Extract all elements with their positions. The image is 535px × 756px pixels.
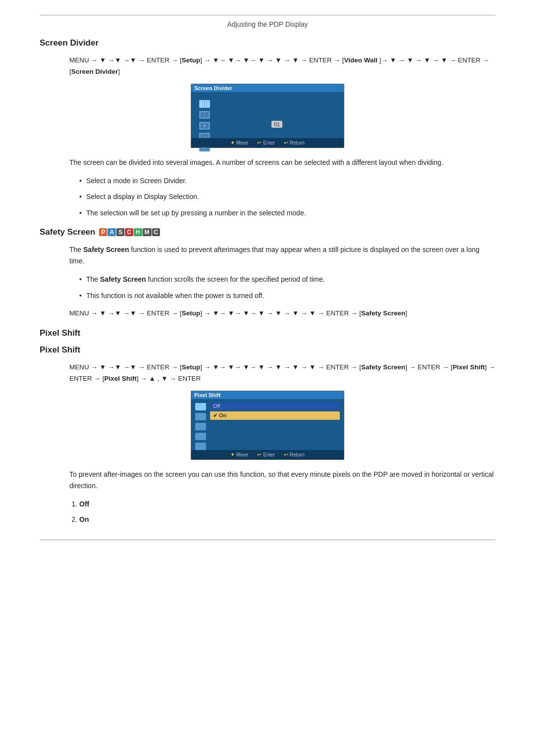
bottom-rule <box>40 540 495 540</box>
bullet-2: Select a display in Display Selection. <box>79 191 495 202</box>
badge-h: H <box>134 228 142 236</box>
safety-bullet-2: This function is not available when the … <box>79 290 495 301</box>
badge-m: M <box>143 228 152 236</box>
page-title: Adjusting the PDP Display <box>40 20 495 28</box>
safety-screen-menu-path: MENU → ▼ →▼ →▼ → ENTER → [Setup] → ▼→ ▼→… <box>69 308 495 319</box>
ps-icon-2 <box>195 413 206 420</box>
bottom-move: ✦ Move <box>230 140 248 146</box>
ps-option-off: Off <box>210 402 340 410</box>
bottom-enter: ↵ Enter <box>257 140 275 146</box>
screen-divider-description: The screen can be divided into several i… <box>69 157 495 168</box>
ps-options: Off ✔ On <box>210 402 340 450</box>
top-rule <box>40 15 495 15</box>
pixel-shift-menu-path: MENU → ▼ →▼ →▼ → ENTER → [Setup] → ▼→ ▼→… <box>69 362 495 385</box>
pixel-shift-title-2: Pixel Shift <box>40 345 495 355</box>
icon-3 <box>199 122 210 130</box>
ps-option-on: ✔ On <box>210 411 340 420</box>
badge-s: S <box>116 228 124 236</box>
pixel-shift-bottom-bar: ✦ Move ↵ Enter ↩ Return <box>191 450 344 459</box>
safety-screen-badges: PASCHMC <box>99 228 160 236</box>
icon-2 <box>199 111 210 119</box>
ordered-item-1: Off <box>79 499 495 509</box>
badge-a: A <box>107 228 116 236</box>
safety-screen-title: Safety Screen PASCHMC <box>40 227 495 237</box>
ps-icon-3 <box>195 423 206 430</box>
safety-screen-bullets: The Safety Screen function scrolls the s… <box>79 274 495 301</box>
screen-divider-title: Screen Divider <box>40 38 495 48</box>
screen-divider-value: 01 <box>271 121 282 128</box>
screen-divider-bullets: Select a mode in Screen Divider. Select … <box>79 175 495 218</box>
screen-divider-screenshot: Screen Divider 01 <box>191 84 344 148</box>
ps-icon-5 <box>195 443 206 450</box>
badge-c2: C <box>152 228 160 236</box>
pixel-shift-screenshot: Pixel Shift Off ✔ On ✦ Move ↵ Enter ↩ Re… <box>191 391 344 460</box>
ps-bottom-enter: ↵ Enter <box>257 452 275 458</box>
ps-icon-1 <box>195 403 206 410</box>
bullet-3: The selection will be set up by pressing… <box>79 207 495 218</box>
ordered-item-2: On <box>79 514 495 525</box>
pixel-shift-ordered-list: Off On <box>79 499 495 525</box>
page-wrapper: Adjusting the PDP Display Screen Divider… <box>0 0 535 560</box>
screen-divider-titlebar: Screen Divider <box>191 84 344 92</box>
bullet-1: Select a mode in Screen Divider. <box>79 175 495 186</box>
ps-bottom-return: ↩ Return <box>284 452 305 458</box>
pixel-shift-description: To prevent after-images on the screen yo… <box>69 469 495 492</box>
pixel-shift-title-1: Pixel Shift <box>40 328 495 338</box>
bottom-return: ↩ Return <box>284 140 305 146</box>
icon-1 <box>199 100 210 108</box>
safety-bullet-1: The Safety Screen function scrolls the s… <box>79 274 495 285</box>
ps-icon-4 <box>195 433 206 440</box>
safety-screen-description: The Safety Screen function is used to pr… <box>69 244 495 267</box>
ps-icons <box>195 403 206 450</box>
ps-bottom-move: ✦ Move <box>230 452 248 458</box>
screen-divider-menu-path: MENU → ▼ →▼ →▼ → ENTER → [Setup] → ▼→ ▼→… <box>69 55 495 78</box>
badge-p: P <box>99 228 107 236</box>
pixel-shift-layout: Off ✔ On <box>191 399 344 453</box>
pixel-shift-titlebar: Pixel Shift <box>191 391 344 399</box>
screen-divider-bottom-bar: ✦ Move ↵ Enter ↩ Return <box>191 138 344 148</box>
badge-c: C <box>125 228 133 236</box>
svg-point-7 <box>203 124 206 127</box>
